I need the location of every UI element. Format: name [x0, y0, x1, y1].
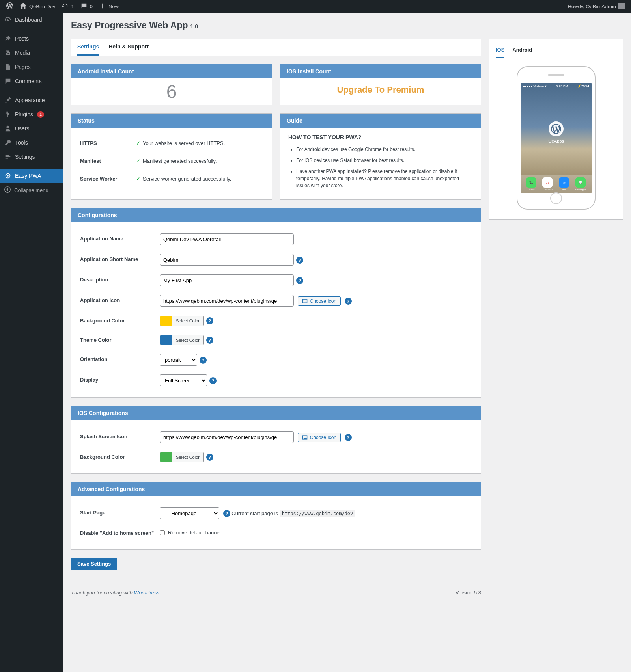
- sidebar-item-plugins[interactable]: Plugins1: [0, 107, 63, 121]
- plus-icon: [99, 2, 106, 11]
- dock-messages-icon: 💬: [575, 177, 586, 188]
- status-row-https: HTTPS✓Your website is served over HTTPS.: [80, 135, 263, 152]
- status-panel: Status HTTPS✓Your website is served over…: [71, 113, 272, 200]
- advanced-panel: Advanced Configurations Start Page — Hom…: [71, 482, 481, 550]
- help-icon[interactable]: ?: [206, 454, 213, 461]
- help-icon[interactable]: ?: [345, 298, 352, 305]
- guide-item: For iOS devices use Safari browser for b…: [296, 157, 473, 164]
- admin-bar: QeBim Dev 1 0 New Howdy, QeBimAdmin: [0, 0, 631, 13]
- new-content-link[interactable]: New: [96, 0, 122, 13]
- choose-splash-button[interactable]: Choose Icon: [298, 433, 341, 442]
- user-account-link[interactable]: Howdy, QeBimAdmin: [564, 0, 628, 13]
- save-settings-button[interactable]: Save Settings: [71, 558, 117, 570]
- short-name-label: Application Short Name: [80, 250, 159, 270]
- sidebar-item-appearance[interactable]: Appearance: [0, 93, 63, 107]
- updates-link[interactable]: 1: [58, 0, 77, 13]
- status-title: Status: [71, 114, 272, 128]
- android-install-title: Android Install Count: [71, 64, 272, 78]
- theme-color-picker[interactable]: Select Color: [160, 335, 204, 345]
- wp-logo[interactable]: [3, 0, 17, 13]
- app-icon-label: Application Icon: [80, 291, 159, 311]
- config-panel: Configurations Application Name Applicat…: [71, 208, 481, 398]
- sidebar-item-dashboard[interactable]: Dashboard: [0, 13, 63, 27]
- svg-point-1: [7, 175, 9, 177]
- guide-item: Have another PWA app installed? Please r…: [296, 168, 473, 189]
- pin-icon: [4, 35, 12, 43]
- comments-count: 0: [90, 4, 93, 9]
- status-row-sw: Service Worker✓Service worker generated …: [80, 170, 263, 187]
- config-title: Configurations: [71, 208, 481, 222]
- help-icon[interactable]: ?: [200, 357, 207, 364]
- comments-link[interactable]: 0: [77, 0, 96, 13]
- plugin-updates-badge: 1: [37, 111, 44, 118]
- phone-app-name: QeApps: [521, 139, 592, 143]
- page-title: Easy Progressive Web App 1.0: [71, 17, 623, 39]
- bg-color-label: Background Color: [80, 311, 159, 330]
- plug-icon: [4, 110, 12, 118]
- preview-tab-android[interactable]: Android: [512, 44, 532, 58]
- help-icon[interactable]: ?: [209, 377, 217, 384]
- ios-bg-label: Background Color: [80, 448, 159, 466]
- android-install-panel: Android Install Count 6: [71, 64, 272, 105]
- start-page-note: Current start page is: [231, 510, 278, 516]
- sidebar-item-comments[interactable]: Comments: [0, 74, 63, 88]
- app-icon-input[interactable]: [160, 295, 294, 307]
- short-name-input[interactable]: [160, 254, 294, 266]
- tab-settings[interactable]: Settings: [77, 39, 99, 56]
- footer-version: Version 5.8: [456, 590, 481, 596]
- ios-install-title: IOS Install Count: [280, 64, 481, 78]
- updates-count: 1: [71, 4, 74, 9]
- sidebar-item-users[interactable]: Users: [0, 121, 63, 136]
- collapse-menu[interactable]: Collapse menu: [0, 183, 63, 197]
- ios-config-panel: IOS Configurations Splash Screen Icon Ch…: [71, 406, 481, 474]
- upgrade-premium-text: Upgrade To Premium: [280, 78, 481, 101]
- help-icon[interactable]: ?: [206, 317, 213, 324]
- image-icon: [302, 298, 308, 304]
- wordpress-link[interactable]: WordPress: [134, 590, 159, 596]
- sidebar-item-tools[interactable]: Tools: [0, 136, 63, 150]
- update-icon: [62, 2, 69, 11]
- app-name-input[interactable]: [160, 233, 294, 245]
- disable-banner-checkbox[interactable]: [160, 530, 165, 535]
- media-icon: [4, 49, 12, 57]
- comment-icon: [4, 77, 12, 85]
- help-icon[interactable]: ?: [223, 510, 230, 517]
- android-install-count: 6: [71, 78, 272, 105]
- app-name-label: Application Name: [80, 229, 159, 249]
- help-icon[interactable]: ?: [206, 337, 213, 344]
- site-name-link[interactable]: QeBim Dev: [17, 0, 58, 13]
- ios-install-panel: IOS Install Count Upgrade To Premium: [280, 64, 481, 105]
- disable-banner-checkbox-row[interactable]: Remove default banner: [160, 530, 221, 536]
- bg-color-picker[interactable]: Select Color: [160, 316, 204, 326]
- preview-tab-ios[interactable]: IOS: [496, 44, 504, 58]
- tab-help[interactable]: Help & Support: [108, 39, 149, 56]
- orientation-label: Orientation: [80, 350, 159, 370]
- ios-bg-color-picker[interactable]: Select Color: [160, 452, 204, 462]
- sidebar-item-pages[interactable]: Pages: [0, 60, 63, 74]
- admin-sidebar: Dashboard Posts Media Pages Comments App…: [0, 13, 63, 672]
- sidebar-item-settings[interactable]: Settings: [0, 150, 63, 164]
- svg-point-6: [303, 437, 304, 437]
- sidebar-item-posts[interactable]: Posts: [0, 32, 63, 46]
- phone-app-icon: [549, 121, 564, 136]
- new-label: New: [108, 4, 119, 9]
- color-swatch: [160, 316, 172, 326]
- theme-color-label: Theme Color: [80, 331, 159, 349]
- comment-icon: [80, 2, 88, 11]
- start-page-url: https://www.qebim.com/dev: [280, 510, 356, 517]
- orientation-select[interactable]: portrait: [160, 354, 197, 366]
- phone-dock: 📞Phone 27Calendar ✉Mail 💬Messages: [521, 175, 592, 193]
- phone-status-bar: ●●●●● Verizon ♥ 9:25 PM ⚡75%▮: [521, 83, 592, 89]
- site-name-text: QeBim Dev: [29, 4, 55, 9]
- help-icon[interactable]: ?: [296, 277, 303, 284]
- choose-icon-button[interactable]: Choose Icon: [298, 296, 341, 306]
- sidebar-item-media[interactable]: Media: [0, 46, 63, 60]
- display-select[interactable]: Full Screen: [160, 374, 207, 386]
- help-icon[interactable]: ?: [345, 434, 352, 441]
- sidebar-item-easy-pwa[interactable]: Easy PWA: [0, 169, 63, 183]
- phone-preview: ●●●●● Verizon ♥ 9:25 PM ⚡75%▮ QeApps: [517, 66, 596, 210]
- help-icon[interactable]: ?: [296, 257, 303, 264]
- description-input[interactable]: [160, 274, 294, 286]
- splash-input[interactable]: [160, 431, 294, 443]
- start-page-select[interactable]: — Homepage —: [160, 507, 219, 519]
